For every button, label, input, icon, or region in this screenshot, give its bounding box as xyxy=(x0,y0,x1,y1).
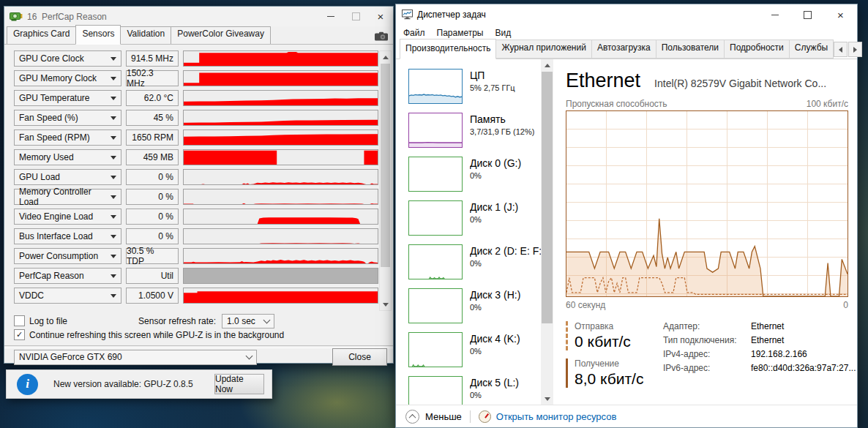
chevron-up-icon xyxy=(405,410,419,424)
log-to-file-checkbox[interactable] xyxy=(14,315,25,326)
sidebar-item-disk-2[interactable]: Диск 2 (D: E: F: C 0% xyxy=(408,244,553,279)
scrollbar-thumb[interactable] xyxy=(542,72,553,323)
sidebar-scrollbar[interactable] xyxy=(541,59,553,405)
list-item: IPv4-адрес: 192.168.2.166 xyxy=(663,349,856,363)
sensor-graph xyxy=(183,50,378,67)
fewer-details-button[interactable]: Меньше xyxy=(425,411,462,422)
sidebar-item-name: Память xyxy=(470,113,534,125)
tab-performance[interactable]: Производительность xyxy=(400,39,496,59)
sidebar-item-memory[interactable]: Память 3,7/31,9 ГБ (12%) xyxy=(408,113,553,148)
scroll-down-icon[interactable] xyxy=(380,299,391,310)
sensor-select[interactable]: GPU Memory Clock xyxy=(14,70,121,86)
sidebar-item-value: 0% xyxy=(470,215,518,224)
sensor-select[interactable]: PerfCap Reason xyxy=(14,268,121,284)
sensor-value: 30.5 % TDP xyxy=(126,248,179,264)
close-button[interactable]: × xyxy=(368,7,393,26)
continue-refreshing-checkbox[interactable]: ✓ xyxy=(14,329,25,340)
tab-graphics-card[interactable]: Graphics Card xyxy=(7,26,76,44)
sensor-select[interactable]: Memory Controller Load xyxy=(14,189,121,205)
taskmgr-titlebar[interactable]: Диспетчер задач × xyxy=(396,4,857,25)
sensor-label: GPU Memory Clock xyxy=(19,73,97,83)
scrollbar-thumb[interactable] xyxy=(381,64,390,267)
refresh-rate-select[interactable]: 1.0 sec xyxy=(222,314,274,328)
menu-options[interactable]: Параметры xyxy=(431,28,490,38)
tab-services[interactable]: Службы xyxy=(789,40,834,59)
maximize-button[interactable] xyxy=(343,7,368,26)
sensor-scrollbar[interactable] xyxy=(379,50,392,311)
close-dialog-button[interactable]: Close xyxy=(332,348,387,366)
sensor-select[interactable]: VDDC xyxy=(14,288,121,304)
chevron-down-icon xyxy=(111,195,116,199)
sidebar-item-name: Диск 1 (J:) xyxy=(470,201,518,213)
gpuz-tab-bar: Graphics Card Sensors Validation PowerCo… xyxy=(4,26,393,45)
table-row: Bus Interface Load 0 % xyxy=(14,228,378,244)
maximize-button[interactable] xyxy=(791,4,824,25)
sidebar-item-cpu[interactable]: ЦП 5% 2,75 ГГц xyxy=(408,69,553,104)
scroll-down-icon[interactable] xyxy=(541,393,553,405)
scroll-up-icon[interactable] xyxy=(380,51,391,63)
sensor-label: Memory Controller Load xyxy=(19,187,111,207)
tab-scroll-right-icon[interactable] xyxy=(848,42,862,57)
sensor-value: 0 % xyxy=(126,169,179,185)
scroll-up-icon[interactable] xyxy=(541,59,553,71)
tab-app-history[interactable]: Журнал приложений xyxy=(495,40,591,59)
sidebar-item-disk-4[interactable]: Диск 4 (K:) 0% xyxy=(408,332,553,367)
chevron-down-icon xyxy=(246,353,253,360)
throughput-label: Пропускная способность xyxy=(566,99,667,109)
menu-bar: Файл Параметры Вид xyxy=(396,25,857,40)
table-row: GPU Load 0 % xyxy=(14,169,378,185)
sensor-graph xyxy=(183,110,378,126)
taskmgr-footer: Меньше Открыть монитор ресурсов xyxy=(396,405,857,427)
sensor-value: 0 % xyxy=(126,189,179,205)
sensor-select[interactable]: GPU Temperature xyxy=(14,90,121,106)
minimize-button[interactable] xyxy=(318,7,343,26)
tab-powercolor-giveaway[interactable]: PowerColor Giveaway xyxy=(171,26,271,44)
detail-label: IPv4-адрес: xyxy=(663,349,751,359)
sensor-select[interactable]: Video Engine Load xyxy=(14,209,121,225)
camera-icon[interactable] xyxy=(374,31,389,41)
table-row: GPU Core Clock 914.5 MHz xyxy=(14,50,378,67)
disk-mini-graph xyxy=(408,244,463,279)
sidebar-item-value: 0% xyxy=(470,391,519,399)
sensor-options: Log to file Sensor refresh rate: 1.0 sec… xyxy=(4,311,393,342)
menu-view[interactable]: Вид xyxy=(489,28,517,38)
gpuz-titlebar[interactable]: 16 PerfCap Reason × xyxy=(4,7,393,26)
sensor-select[interactable]: GPU Core Clock xyxy=(14,50,121,67)
sensor-label: Bus Interface Load xyxy=(19,231,93,241)
tab-users[interactable]: Пользователи xyxy=(656,40,725,59)
detail-value: Ethernet xyxy=(751,321,784,331)
update-now-button[interactable]: Update Now xyxy=(214,374,264,394)
sidebar-item-disk-5[interactable]: Диск 5 (L:) 0% xyxy=(408,376,553,405)
close-button[interactable]: × xyxy=(824,4,857,25)
time-span-label: 60 секунд xyxy=(566,300,605,310)
menu-file[interactable]: Файл xyxy=(397,28,431,38)
sidebar-item-disk-3[interactable]: Диск 3 (H:) 0% xyxy=(408,288,553,323)
sensor-select[interactable]: Fan Speed (%) xyxy=(14,110,121,126)
sidebar-item-name: Диск 2 (D: E: F: C xyxy=(470,245,552,257)
detail-value: Ethernet xyxy=(751,335,784,345)
tab-sensors[interactable]: Sensors xyxy=(75,25,121,45)
minimize-button[interactable] xyxy=(758,4,791,25)
adapter-details: Адаптер: Ethernet Тип подключения: Ether… xyxy=(663,321,856,396)
tab-validation[interactable]: Validation xyxy=(120,26,171,44)
sensor-select[interactable]: Bus Interface Load xyxy=(14,228,121,244)
tab-details[interactable]: Подробности xyxy=(724,40,790,59)
sensor-graph xyxy=(183,189,378,205)
sensor-select[interactable]: Power Consumption xyxy=(14,248,121,264)
sensor-value: 914.5 MHz xyxy=(126,50,179,67)
sensor-graph xyxy=(183,288,378,304)
open-resource-monitor-link[interactable]: Открыть монитор ресурсов xyxy=(496,411,616,422)
tab-startup[interactable]: Автозагрузка xyxy=(591,40,656,59)
gpu-card-icon xyxy=(10,12,23,22)
sensor-value: Util xyxy=(126,268,179,284)
sensor-select[interactable]: Fan Speed (RPM) xyxy=(14,129,121,146)
sensor-select[interactable]: GPU Load xyxy=(14,169,121,185)
tab-scroll-left-icon[interactable] xyxy=(834,42,848,57)
sidebar-item-disk-1[interactable]: Диск 1 (J:) 0% xyxy=(408,200,553,236)
chevron-down-icon xyxy=(111,136,116,140)
gpu-device-select[interactable]: NVIDIA GeForce GTX 690 xyxy=(14,350,257,365)
sidebar-item-disk-0[interactable]: Диск 0 (G:) 0% xyxy=(408,157,553,192)
sensor-select[interactable]: Memory Used xyxy=(14,149,121,165)
receive-label: Получение xyxy=(575,358,663,369)
sensor-label: Video Engine Load xyxy=(19,211,93,222)
